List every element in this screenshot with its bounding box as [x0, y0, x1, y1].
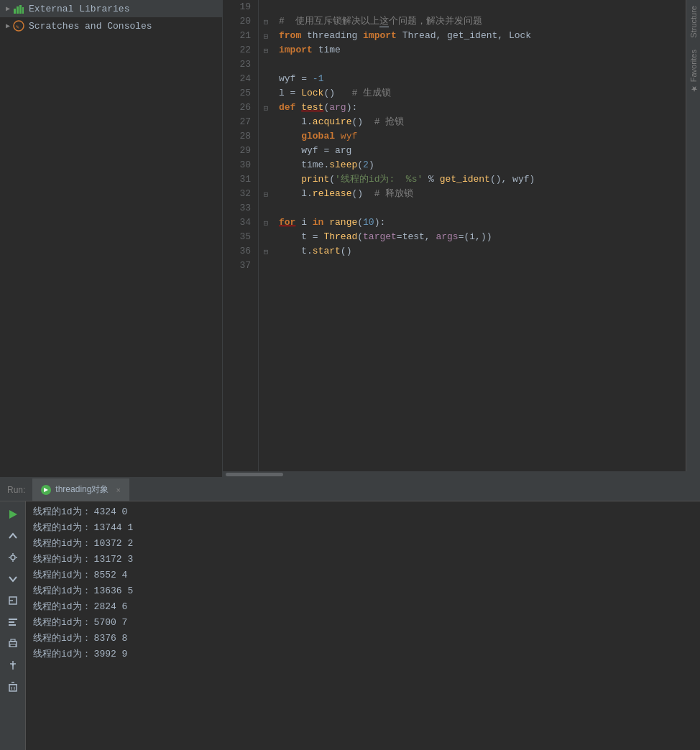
fold-marker-32[interactable]: ⊟ [264, 190, 269, 199]
fold-marker-22[interactable]: ⊟ [264, 46, 269, 55]
kw-for: for [279, 216, 295, 230]
fn-print: print [301, 172, 329, 187]
fold-marker-20[interactable]: ⊟ [264, 17, 269, 27]
line-num-33: 33 [223, 201, 251, 216]
scrollbar-thumb[interactable] [226, 473, 283, 476]
line-num-31: 31 [223, 172, 251, 187]
code-line-26: def test ( arg ): [279, 101, 686, 115]
svg-rect-15 [9, 619, 17, 620]
code-line-36: t. start () [279, 244, 686, 259]
svg-marker-6 [44, 488, 48, 492]
fold-marker-26[interactable]: ⊟ [264, 103, 269, 113]
line-num-30: 30 [223, 158, 251, 172]
fn-range: range [329, 216, 357, 230]
code-line-24: wyf = -1 [279, 72, 686, 86]
library-icon [13, 3, 24, 14]
module-threading: threading [307, 29, 357, 43]
sidebar-item-external-libraries[interactable]: ▶ External Libraries [0, 0, 222, 17]
sidebar-item-label-2: Scratches and Consoles [29, 21, 152, 32]
console-line-7: 线程的id为： 5700 7 [33, 615, 693, 631]
bottom-toolbar [0, 501, 26, 750]
editor-area: 19 20 21 22 23 24 25 26 27 28 29 30 31 3… [223, 0, 700, 477]
scroll-up-button[interactable] [3, 526, 23, 546]
code-line-25: l = Lock () # 生成锁 [279, 86, 686, 101]
favorites-tab[interactable]: ★ Favorites [687, 44, 699, 99]
fn-lock: Lock [301, 86, 323, 101]
pin-button[interactable] [3, 655, 23, 675]
fold-marker-21[interactable]: ⊟ [264, 32, 269, 41]
var-wyf-2: wyf [341, 129, 357, 144]
comment-27: # 抢锁 [374, 115, 405, 129]
line-num-28: 28 [223, 129, 251, 144]
svg-rect-2 [19, 5, 22, 14]
console-line-3: 线程的id为： 13172 3 [33, 552, 693, 568]
code-line-21: from threading import Thread, get_ident,… [279, 29, 686, 43]
settings-button[interactable] [3, 547, 23, 568]
kw-import-2: import [279, 43, 313, 57]
horizontal-scrollbar[interactable] [223, 471, 700, 477]
module-time-ref: time. [301, 158, 329, 172]
run-tab[interactable]: threading对象 × [32, 478, 129, 501]
param-arg: arg [329, 101, 346, 115]
run-tab-icon [41, 485, 51, 495]
star-icon: ★ [689, 84, 698, 93]
str-format: '线程的id为: %s' [335, 172, 423, 187]
tab-close-btn[interactable]: × [116, 486, 120, 494]
line-num-35: 35 [223, 230, 251, 244]
line-num-34: 34 [223, 216, 251, 230]
svg-rect-1 [17, 6, 19, 14]
code-line-32: l. release () # 释放锁 [279, 187, 686, 201]
svg-marker-23 [11, 664, 14, 667]
kw-def: def [279, 101, 301, 115]
line-num-26: 26 [223, 101, 251, 115]
sidebar-item-scratches[interactable]: ▶ ✎ Scratches and Consoles [0, 17, 222, 34]
var-wyf: wyf [279, 72, 301, 86]
format-button[interactable] [3, 612, 23, 632]
play-button[interactable] [3, 504, 23, 524]
bottom-panel: Run: threading对象 × [0, 477, 700, 750]
print-button[interactable] [3, 634, 23, 654]
line-num-32: 32 [223, 187, 251, 201]
code-line-29: wyf = arg [279, 144, 686, 158]
svg-rect-20 [10, 644, 16, 647]
code-line-19 [279, 0, 686, 14]
chevron-right-icon: ▶ [6, 4, 10, 13]
code-line-30: time. sleep ( 2 ) [279, 158, 686, 172]
line-num-29: 29 [223, 144, 251, 158]
line-num-37: 37 [223, 259, 251, 273]
var-l-2: l. [301, 115, 313, 129]
svg-point-8 [11, 555, 15, 560]
fold-marker-36[interactable]: ⊟ [264, 247, 269, 256]
fn-release: release [313, 187, 352, 201]
fn-start: start [313, 244, 341, 259]
line-num-21: 21 [223, 29, 251, 43]
line-num-27: 27 [223, 115, 251, 129]
param-args: args [436, 230, 458, 244]
gutter: ⊟ ⊟ ⊟ ⊟ ⊟ [259, 0, 273, 471]
main-layout: ▶ External Libraries ▶ [0, 0, 700, 477]
bottom-content: 线程的id为： 4324 0 线程的id为： 13744 1 线程的id为： 1… [0, 501, 700, 750]
param-target: target [363, 230, 397, 244]
console-line-2: 线程的id为： 10372 2 [33, 536, 693, 552]
code-line-20: # 使用互斥锁解决以上这个问题，解决并发问题 [279, 14, 686, 29]
code-line-22: import time [279, 43, 686, 57]
code-editor[interactable]: # 使用互斥锁解决以上这个问题，解决并发问题 from threading im… [273, 0, 686, 471]
comment-32: # 释放锁 [374, 187, 414, 201]
scroll-down-button[interactable] [3, 569, 23, 589]
svg-rect-19 [11, 639, 15, 642]
code-line-31: print ( '线程的id为: %s' % get_ident (), wyf… [279, 172, 686, 187]
num-neg1: -1 [313, 72, 324, 86]
comment-20: # 使用互斥锁解决以上这个问题，解决并发问题 [279, 14, 482, 29]
line-num-24: 24 [223, 72, 251, 86]
console-line-4: 线程的id为： 8552 4 [33, 568, 693, 583]
console-line-9: 线程的id为： 3992 9 [33, 647, 693, 662]
svg-rect-24 [9, 685, 17, 691]
structure-tab[interactable]: Structure [688, 0, 699, 44]
stop-button[interactable] [3, 591, 23, 611]
code-line-35: t = Thread ( target =test, args =(i,)) [279, 230, 686, 244]
kw-global: global [301, 129, 341, 144]
fold-marker-34[interactable]: ⊟ [264, 218, 269, 228]
line-numbers: 19 20 21 22 23 24 25 26 27 28 29 30 31 3… [223, 0, 259, 471]
import-thread: Thread, get_ident, Lock [402, 29, 531, 43]
delete-button[interactable] [3, 677, 23, 697]
